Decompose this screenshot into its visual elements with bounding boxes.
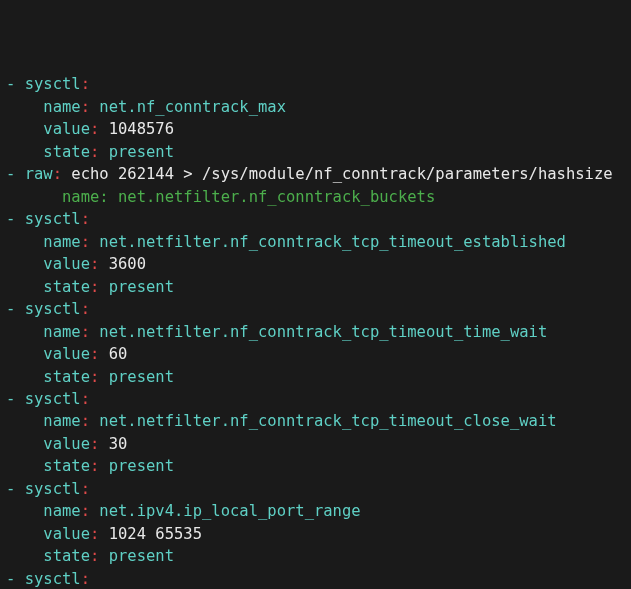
token-str: present: [109, 278, 174, 296]
token-cmt: name: net.netfilter.nf_conntrack_buckets: [62, 188, 435, 206]
token-dash: -: [6, 165, 25, 183]
token-str: present: [109, 547, 174, 565]
code-line: - sysctl:: [6, 298, 625, 320]
code-block: - sysctl: name: net.nf_conntrack_max val…: [6, 73, 625, 589]
code-line: state: present: [6, 276, 625, 298]
code-line: name: net.ipv4.ip_local_port_range: [6, 500, 625, 522]
token-key: name: [43, 98, 80, 116]
token-key: value: [43, 255, 90, 273]
token-dash: [6, 412, 43, 430]
token-colon: :: [90, 255, 109, 273]
token-key: sysctl: [25, 390, 81, 408]
code-line: name: net.netfilter.nf_conntrack_tcp_tim…: [6, 410, 625, 432]
token-key: value: [43, 525, 90, 543]
token-colon: :: [90, 457, 109, 475]
token-str: net.nf_conntrack_max: [99, 98, 286, 116]
token-str: present: [109, 143, 174, 161]
token-key: sysctl: [25, 75, 81, 93]
token-colon: :: [81, 233, 100, 251]
token-dash: [6, 547, 43, 565]
code-line: value: 30: [6, 433, 625, 455]
token-colon: :: [81, 390, 90, 408]
code-line: state: present: [6, 545, 625, 567]
token-colon: :: [81, 412, 100, 430]
token-key: name: [43, 502, 80, 520]
token-colon: :: [81, 210, 90, 228]
token-dash: [6, 98, 43, 116]
token-key: value: [43, 120, 90, 138]
token-key: value: [43, 435, 90, 453]
token-colon: :: [90, 525, 109, 543]
token-colon: :: [90, 120, 109, 138]
code-line: - sysctl:: [6, 478, 625, 500]
code-line: value: 1024 65535: [6, 523, 625, 545]
token-key: name: [43, 412, 80, 430]
token-key: sysctl: [25, 300, 81, 318]
code-line: - sysctl:: [6, 568, 625, 589]
token-dash: [6, 345, 43, 363]
token-key: sysctl: [25, 570, 81, 588]
token-colon: :: [90, 143, 109, 161]
token-colon: :: [53, 165, 72, 183]
token-colon: :: [90, 435, 109, 453]
token-colon: :: [81, 480, 90, 498]
token-key: value: [43, 345, 90, 363]
token-num: 60: [109, 345, 128, 363]
token-str: net.ipv4.ip_local_port_range: [99, 502, 360, 520]
token-num: 1024 65535: [109, 525, 202, 543]
token-dash: -: [6, 570, 25, 588]
token-str: net.netfilter.nf_conntrack_tcp_timeout_c…: [99, 412, 556, 430]
code-line: value: 1048576: [6, 118, 625, 140]
token-colon: :: [81, 570, 90, 588]
token-dash: -: [6, 75, 25, 93]
code-line: - sysctl:: [6, 208, 625, 230]
token-dash: [6, 233, 43, 251]
token-str: net.netfilter.nf_conntrack_tcp_timeout_e…: [99, 233, 566, 251]
token-dash: [6, 368, 43, 386]
token-str: present: [109, 457, 174, 475]
token-dash: -: [6, 390, 25, 408]
token-dash: [6, 457, 43, 475]
token-dash: [6, 525, 43, 543]
token-dash: [6, 120, 43, 138]
token-dash: -: [6, 210, 25, 228]
code-line: name: net.netfilter.nf_conntrack_tcp_tim…: [6, 231, 625, 253]
token-colon: :: [90, 345, 109, 363]
code-line: value: 3600: [6, 253, 625, 275]
token-key: sysctl: [25, 210, 81, 228]
token-key: state: [43, 143, 90, 161]
token-dash: [6, 278, 43, 296]
token-key: state: [43, 547, 90, 565]
token-num: 1048576: [109, 120, 174, 138]
token-key: raw: [25, 165, 53, 183]
token-colon: :: [81, 98, 100, 116]
token-str: net.netfilter.nf_conntrack_tcp_timeout_t…: [99, 323, 547, 341]
token-strw: > /sys/module/nf_conntrack/parameters/ha…: [174, 165, 613, 183]
token-dash: [6, 255, 43, 273]
token-colon: :: [90, 547, 109, 565]
token-key: sysctl: [25, 480, 81, 498]
token-key: name: [43, 233, 80, 251]
token-colon: :: [90, 278, 109, 296]
code-line: - sysctl:: [6, 73, 625, 95]
code-line: name: net.netfilter.nf_conntrack_buckets: [6, 186, 625, 208]
token-dash: -: [6, 480, 25, 498]
code-line: state: present: [6, 366, 625, 388]
code-line: - raw: echo 262144 > /sys/module/nf_conn…: [6, 163, 625, 185]
token-key: state: [43, 368, 90, 386]
token-colon: :: [81, 323, 100, 341]
code-line: state: present: [6, 455, 625, 477]
token-dash: [6, 143, 43, 161]
token-dash: [6, 435, 43, 453]
code-line: state: present: [6, 141, 625, 163]
token-key: state: [43, 457, 90, 475]
token-dash: [6, 502, 43, 520]
token-dash: -: [6, 300, 25, 318]
token-num: 30: [109, 435, 128, 453]
code-line: value: 60: [6, 343, 625, 365]
token-colon: :: [90, 368, 109, 386]
token-key: name: [43, 323, 80, 341]
token-colon: :: [81, 75, 90, 93]
token-dash: [6, 323, 43, 341]
token-colon: :: [81, 502, 100, 520]
